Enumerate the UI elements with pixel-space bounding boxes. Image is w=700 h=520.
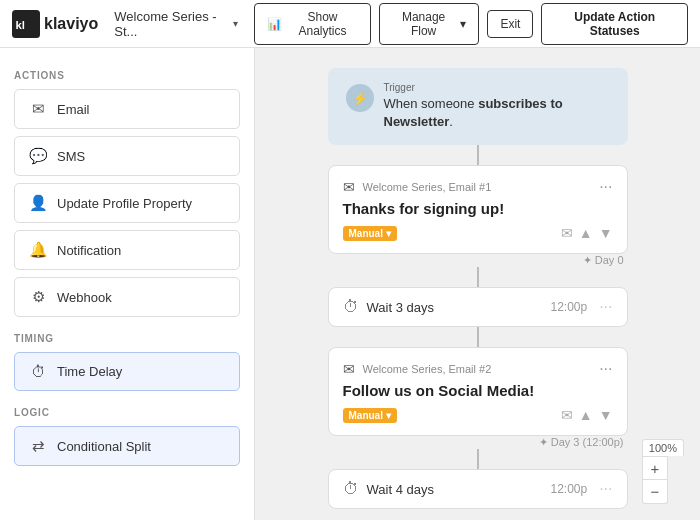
action-sms-label: SMS — [57, 149, 85, 164]
email-card-1-down-icon[interactable]: ▼ — [599, 225, 613, 241]
action-profile-label: Update Profile Property — [57, 196, 192, 211]
email-card-2-icon-row: ✉ ▲ ▼ — [561, 407, 613, 423]
action-notification-label: Notification — [57, 243, 121, 258]
wait-card-2-time: 12:00p — [550, 482, 587, 496]
logo-text: klaviyo — [44, 15, 98, 33]
action-conditional-split-label: Conditional Split — [57, 439, 151, 454]
email-card-2-down-icon[interactable]: ▼ — [599, 407, 613, 423]
flow-title-text: Welcome Series - St... — [114, 9, 229, 39]
time-delay-icon: ⏱ — [29, 363, 47, 380]
update-action-statuses-button[interactable]: Update Action Statuses — [541, 3, 688, 45]
connector-4 — [477, 449, 479, 469]
connector-2 — [477, 267, 479, 287]
svg-text:kl: kl — [16, 19, 25, 31]
main-layout: ACTIONS ✉ Email 💬 SMS 👤 Update Profile P… — [0, 48, 700, 520]
day-label-0: ✦ Day 0 — [328, 254, 628, 267]
email-card-2-title: Follow us on Social Media! — [343, 382, 613, 399]
email-card-1-up-icon[interactable]: ▲ — [579, 225, 593, 241]
email-card-2-actions: Manual ▾ ✉ ▲ ▼ — [343, 407, 613, 423]
wait-card-1: ⏱ Wait 3 days 12:00p ··· — [328, 287, 628, 327]
show-analytics-button[interactable]: 📊 Show Analytics — [254, 3, 370, 45]
trigger-content: Trigger When someone subscribes to Newsl… — [384, 82, 610, 131]
action-item-time-delay[interactable]: ⏱ Time Delay — [14, 352, 240, 391]
canvas-inner: ⚡ Trigger When someone subscribes to New… — [255, 48, 700, 520]
action-item-notification[interactable]: 🔔 Notification — [14, 230, 240, 270]
action-item-sms[interactable]: 💬 SMS — [14, 136, 240, 176]
wait-card-1-time: 12:00p — [550, 300, 587, 314]
flow-title-container: Welcome Series - St... ▾ — [114, 9, 238, 39]
analytics-chart-icon: 📊 — [267, 17, 282, 31]
flow-title-chevron-icon[interactable]: ▾ — [233, 18, 238, 29]
email-card-1-icon: ✉ — [343, 179, 355, 195]
logo: kl klaviyo — [12, 10, 98, 38]
zoom-out-button[interactable]: − — [642, 480, 668, 504]
email-card-2-header: ✉ Welcome Series, Email #2 ··· — [343, 360, 613, 378]
email-card-1: ✉ Welcome Series, Email #1 ··· Thanks fo… — [328, 165, 628, 254]
wait-card-1-menu-button[interactable]: ··· — [599, 298, 612, 316]
header: kl klaviyo Welcome Series - St... ▾ 📊 Sh… — [0, 0, 700, 48]
logic-section-label: LOGIC — [14, 407, 240, 418]
manage-flow-chevron-icon: ▾ — [460, 17, 466, 31]
flow-canvas[interactable]: ⚡ Trigger When someone subscribes to New… — [255, 48, 700, 520]
action-webhook-label: Webhook — [57, 290, 112, 305]
logo-icon: kl — [12, 10, 40, 38]
email-card-2-meta: Welcome Series, Email #2 — [363, 363, 492, 375]
email-card-1-menu-button[interactable]: ··· — [599, 178, 612, 196]
day-label-0-text: ✦ Day 0 — [583, 254, 624, 267]
wait-card-2-menu-button[interactable]: ··· — [599, 480, 612, 498]
email-card-1-send-icon[interactable]: ✉ — [561, 225, 573, 241]
profile-icon: 👤 — [29, 194, 47, 212]
connector-3 — [477, 327, 479, 347]
manage-flow-label: Manage Flow — [392, 10, 456, 38]
email-card-2-icon: ✉ — [343, 361, 355, 377]
timing-section-label: TIMING — [14, 333, 240, 344]
conditional-split-icon: ⇄ — [29, 437, 47, 455]
trigger-badge: Trigger — [384, 82, 610, 93]
exit-label: Exit — [500, 17, 520, 31]
zoom-controls: 100% + − — [642, 439, 684, 504]
notification-icon: 🔔 — [29, 241, 47, 259]
connector-1 — [477, 145, 479, 165]
zoom-in-button[interactable]: + — [642, 456, 668, 480]
action-item-update-profile[interactable]: 👤 Update Profile Property — [14, 183, 240, 223]
action-email-label: Email — [57, 102, 90, 117]
wait-card-2-clock-icon: ⏱ — [343, 480, 359, 498]
email-card-2-status-badge[interactable]: Manual ▾ — [343, 408, 397, 423]
email-card-2: ✉ Welcome Series, Email #2 ··· Follow us… — [328, 347, 628, 436]
trigger-text: When someone subscribes to Newsletter. — [384, 95, 610, 131]
email-card-1-meta: Welcome Series, Email #1 — [363, 181, 492, 193]
zoom-percentage: 100% — [642, 439, 684, 456]
wait-card-1-label: Wait 3 days — [367, 300, 543, 315]
email-card-1-actions: Manual ▾ ✉ ▲ ▼ — [343, 225, 613, 241]
action-item-webhook[interactable]: ⚙ Webhook — [14, 277, 240, 317]
webhook-icon: ⚙ — [29, 288, 47, 306]
update-action-statuses-label: Update Action Statuses — [574, 10, 655, 38]
wait-card-2: ⏱ Wait 4 days 12:00p ··· — [328, 469, 628, 509]
trigger-icon: ⚡ — [346, 84, 374, 112]
email-card-1-icon-row: ✉ ▲ ▼ — [561, 225, 613, 241]
sms-icon: 💬 — [29, 147, 47, 165]
wait-card-2-label: Wait 4 days — [367, 482, 543, 497]
email-card-1-status-badge[interactable]: Manual ▾ — [343, 226, 397, 241]
email-card-2-up-icon[interactable]: ▲ — [579, 407, 593, 423]
show-analytics-label: Show Analytics — [287, 10, 357, 38]
email-icon: ✉ — [29, 100, 47, 118]
day-label-3: ✦ Day 3 (12:00p) — [328, 436, 628, 449]
trigger-card: ⚡ Trigger When someone subscribes to New… — [328, 68, 628, 145]
action-item-conditional-split[interactable]: ⇄ Conditional Split — [14, 426, 240, 466]
exit-button[interactable]: Exit — [487, 10, 533, 38]
email-card-1-header: ✉ Welcome Series, Email #1 ··· — [343, 178, 613, 196]
email-card-1-title: Thanks for signing up! — [343, 200, 613, 217]
sidebar: ACTIONS ✉ Email 💬 SMS 👤 Update Profile P… — [0, 48, 255, 520]
actions-section-label: ACTIONS — [14, 70, 240, 81]
day-label-3-text: ✦ Day 3 (12:00p) — [539, 436, 624, 449]
wait-card-1-clock-icon: ⏱ — [343, 298, 359, 316]
action-time-delay-label: Time Delay — [57, 364, 122, 379]
action-item-email[interactable]: ✉ Email — [14, 89, 240, 129]
manage-flow-button[interactable]: Manage Flow ▾ — [379, 3, 480, 45]
email-card-2-send-icon[interactable]: ✉ — [561, 407, 573, 423]
email-card-2-menu-button[interactable]: ··· — [599, 360, 612, 378]
